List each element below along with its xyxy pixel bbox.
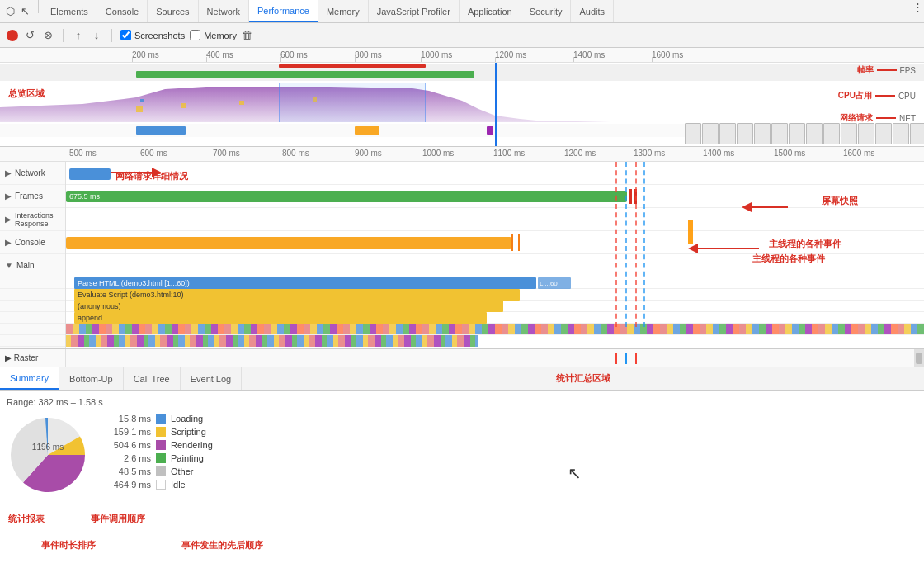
legend-loading: 15.8 ms Loading	[106, 414, 213, 424]
sep1	[38, 0, 39, 13]
range-text: Range: 382 ms – 1.58 s	[7, 397, 386, 407]
screenshots-toggle[interactable]: Screenshots	[120, 30, 185, 40]
network-label[interactable]: ▶ Network	[0, 162, 65, 185]
thumb14	[910, 123, 924, 144]
memory-checkbox[interactable]	[190, 30, 200, 40]
t-ruler-1500: 1500 ms	[774, 149, 805, 158]
stats-content: Range: 382 ms – 1.58 s	[0, 390, 924, 527]
net-bar2	[355, 126, 380, 135]
t-ruler-600: 600 ms	[140, 149, 167, 158]
download-icon[interactable]: ↓	[90, 29, 103, 42]
time-order-annotation: 事件发生的先后顺序	[182, 539, 263, 551]
screenshots-checkbox[interactable]	[120, 30, 131, 40]
tab-network[interactable]: Network	[199, 0, 249, 22]
loading-ms: 15.8 ms	[106, 414, 151, 424]
tab-console[interactable]: Console	[97, 0, 148, 22]
thumb5	[754, 123, 771, 144]
timeline-content: ▶ Network ▶ Frames ▶ Interactions Respon…	[0, 162, 924, 349]
tab-audits[interactable]: Audits	[571, 0, 614, 22]
legend-painting: 2.6 ms Painting	[106, 453, 213, 463]
stats-tab-eventlog[interactable]: Event Log	[181, 367, 243, 390]
thumb10	[841, 123, 857, 144]
t-ruler-1200: 1200 ms	[564, 149, 596, 158]
net-arrow	[876, 117, 896, 119]
ruler-1200: 1200 ms	[495, 50, 526, 59]
memory-toggle[interactable]: Memory	[190, 30, 237, 40]
svg-rect-4	[140, 99, 144, 102]
tab-application[interactable]: Application	[460, 0, 521, 22]
record-button[interactable]	[7, 30, 18, 41]
thumb7	[789, 123, 805, 144]
tick7	[573, 57, 574, 62]
orange-bar-highlight	[688, 220, 693, 244]
tab-js-profiler[interactable]: JavaScript Profiler	[369, 0, 460, 22]
network-bar	[69, 168, 111, 180]
timeline-tracks[interactable]: 网络请求详细情况 675.5 ms	[66, 162, 924, 349]
main-sub1	[0, 277, 65, 289]
other-dot	[156, 466, 166, 476]
append-row: append	[66, 312, 924, 324]
stats-tab-calltree[interactable]: Call Tree	[124, 367, 181, 390]
main-annotation-label: 主线程的各种事件	[769, 238, 842, 250]
red-selection-bar	[279, 64, 426, 68]
stats-inner: 1196 ms 15.8 ms Loading 159.1 ms Scripti…	[7, 414, 386, 504]
tab-sources[interactable]: Sources	[148, 0, 198, 22]
thumb13	[893, 123, 909, 144]
interactions-label[interactable]: ▶ Interactions Response	[0, 208, 65, 231]
stats-tab-summary[interactable]: Summary	[0, 367, 59, 390]
flame-row1	[66, 324, 924, 335]
painting-ms: 2.6 ms	[106, 453, 151, 463]
stats-tab-bottomup[interactable]: Bottom-Up	[59, 367, 124, 390]
screenshot-arrow-svg	[738, 199, 796, 215]
main-thread-annotation: 主线程的各种事件	[752, 253, 825, 265]
thumb6	[771, 123, 788, 144]
raster-label[interactable]: ▶ Raster	[0, 349, 66, 367]
event-order-annotation: 事件调用顺序	[91, 513, 145, 525]
raster-row[interactable]: ▶ Raster	[0, 349, 924, 367]
net-label-row: 网络请求 NET	[838, 112, 916, 124]
more-tabs-icon[interactable]: ⋮	[911, 0, 924, 13]
record-toolbar: ↺ ⊗ ↑ ↓ Screenshots Memory 🗑	[0, 23, 924, 48]
tab-elements[interactable]: Elements	[42, 0, 97, 22]
cpu-selection	[279, 83, 426, 122]
legend-other: 48.5 ms Other	[106, 466, 213, 476]
clear-icon[interactable]: ⊗	[41, 29, 54, 42]
net-bar3	[487, 126, 493, 135]
network-arrow-icon: ▶	[5, 168, 12, 178]
scripting-label: Scripting	[171, 427, 206, 437]
inspect-icon[interactable]: ↖	[18, 5, 31, 18]
raster-track	[66, 349, 914, 367]
flame-bar1	[66, 324, 924, 335]
upload-icon[interactable]: ↑	[72, 29, 85, 42]
tab-performance[interactable]: Performance	[249, 0, 318, 22]
console-arrow-icon: ▶	[5, 238, 12, 247]
console-label[interactable]: ▶ Console	[0, 231, 65, 254]
scroll-area[interactable]	[914, 349, 924, 367]
frames-label[interactable]: ▶ Frames	[0, 185, 65, 208]
main-arrow-icon: ▼	[5, 261, 13, 270]
interactions-arrow-icon: ▶	[5, 215, 12, 224]
trash-icon[interactable]: 🗑	[242, 29, 252, 41]
rendering-dot	[156, 440, 166, 450]
overview-tracks[interactable]: 总览区域 帧率 FPS CPU占用 CPU 网络请求 NET	[0, 63, 924, 147]
scripting-dot	[156, 427, 166, 437]
net-abbr: NET	[899, 114, 916, 123]
tick8	[652, 57, 653, 62]
tick2	[206, 57, 207, 62]
scripting-ms: 159.1 ms	[106, 427, 151, 437]
tab-memory[interactable]: Memory	[318, 0, 369, 22]
main-label[interactable]: ▼ Main	[0, 254, 65, 277]
network-track-row: 网络请求详细情况	[66, 162, 924, 185]
thumb1	[685, 123, 701, 144]
cpu-arrow	[875, 95, 895, 97]
anon-bar: (anonymous)	[74, 301, 503, 312]
tick3	[280, 57, 281, 62]
duration-sort-annotation: 事件时长排序	[41, 539, 96, 551]
reload-icon[interactable]: ↺	[23, 29, 36, 42]
tab-bar: ⬡ ↖ Elements Console Sources Network Per…	[0, 0, 924, 23]
t-ruler-1400: 1400 ms	[703, 149, 734, 158]
t-ruler-1000: 1000 ms	[422, 149, 454, 158]
thumb9	[823, 123, 840, 144]
svg-rect-0	[136, 106, 143, 112]
tab-security[interactable]: Security	[521, 0, 572, 22]
